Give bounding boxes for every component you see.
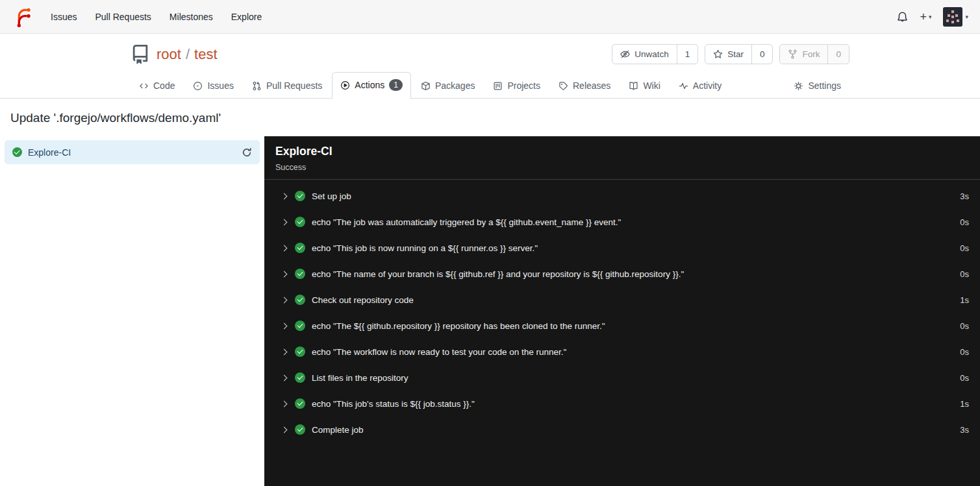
project-board-icon [493, 81, 503, 91]
success-check-icon [12, 147, 22, 157]
fork-icon [788, 49, 798, 59]
chevron-right-icon [281, 297, 288, 303]
job-sidebar: Explore-CI [0, 136, 264, 486]
avatar [943, 7, 962, 27]
pull-request-icon [252, 81, 262, 91]
actions-count-badge: 1 [389, 79, 403, 91]
tab-activity[interactable]: Activity [670, 73, 730, 98]
success-check-icon [295, 346, 305, 357]
forgejo-logo[interactable] [13, 6, 34, 27]
job-log-panel: Explore-CI Success Set up job 3s echo "T… [264, 136, 980, 486]
step-row[interactable]: Set up job 3s [264, 183, 980, 209]
rerun-job-button[interactable] [242, 147, 252, 158]
tab-label: Projects [507, 80, 540, 91]
create-new-button[interactable]: + ▾ [920, 11, 931, 23]
forks-count[interactable]: 0 [827, 45, 849, 64]
chevron-right-icon [281, 193, 288, 199]
chevron-down-icon: ▾ [965, 14, 968, 20]
star-label: Star [727, 49, 744, 59]
user-menu[interactable]: ▾ [943, 7, 968, 27]
tab-pull-requests[interactable]: Pull Requests [244, 73, 331, 98]
nav-explore[interactable]: Explore [222, 6, 271, 28]
tab-wiki[interactable]: Wiki [620, 73, 668, 98]
nav-pull-requests[interactable]: Pull Requests [86, 6, 160, 28]
stars-count[interactable]: 0 [751, 45, 773, 64]
repo-header: root / test Unwatch 1 [0, 34, 980, 99]
repo-title: root / test [157, 46, 218, 63]
book-icon [629, 81, 638, 91]
tab-actions[interactable]: Actions 1 [332, 72, 411, 99]
step-label: echo "The job was automatically triggere… [312, 217, 621, 227]
top-navbar: Issues Pull Requests Milestones Explore … [0, 0, 980, 34]
nav-milestones[interactable]: Milestones [160, 6, 222, 28]
step-duration: 0s [952, 347, 969, 357]
forgejo-logo-icon [13, 6, 34, 27]
tab-projects[interactable]: Projects [484, 73, 549, 98]
success-check-icon [295, 269, 305, 279]
tab-settings[interactable]: Settings [785, 73, 849, 98]
step-row[interactable]: echo "The ${{ github.repository }} repos… [264, 313, 980, 339]
step-duration: 0s [952, 217, 969, 227]
fork-button[interactable]: Fork [780, 45, 827, 64]
chevron-right-icon [281, 374, 288, 381]
actions-run-view: Update '.forgejo/workflows/demo.yaml' Ex… [0, 99, 980, 486]
success-check-icon [295, 217, 305, 227]
step-duration: 3s [952, 191, 969, 201]
step-duration: 0s [952, 243, 969, 253]
success-check-icon [295, 372, 305, 383]
job-status: Success [275, 163, 969, 172]
step-label: List files in the repository [312, 373, 408, 383]
step-label: echo "This job's status is ${{ job.statu… [312, 399, 475, 409]
tab-code[interactable]: Code [131, 73, 183, 98]
step-row[interactable]: Check out repository code 1s [264, 287, 980, 313]
tab-label: Packages [435, 80, 475, 91]
watchers-count[interactable]: 1 [677, 45, 698, 64]
step-label: Check out repository code [312, 295, 414, 305]
success-check-icon [295, 398, 305, 409]
star-button-group: Star 0 [705, 44, 773, 64]
step-row[interactable]: Complete job 3s [264, 417, 980, 443]
repo-separator: / [186, 46, 190, 63]
step-row[interactable]: echo "The workflow is now ready to test … [264, 339, 980, 365]
step-duration: 0s [952, 373, 969, 383]
step-label: echo "The workflow is now ready to test … [312, 347, 566, 357]
chevron-right-icon [281, 219, 288, 225]
step-row[interactable]: echo "The job was automatically triggere… [264, 209, 980, 235]
repo-title-row: root / test Unwatch 1 [131, 44, 849, 64]
tab-releases[interactable]: Releases [550, 73, 619, 98]
notifications-button[interactable] [897, 11, 908, 22]
tab-label: Code [153, 80, 175, 91]
repo-name-link[interactable]: test [194, 46, 217, 63]
step-label: Complete job [312, 425, 364, 435]
tab-label: Releases [573, 80, 610, 91]
step-label: Set up job [312, 191, 351, 201]
job-name: Explore-CI [28, 147, 236, 158]
tab-issues[interactable]: Issues [184, 73, 242, 98]
star-button[interactable]: Star [705, 45, 751, 64]
tab-label: Actions [355, 80, 384, 90]
repo-owner-link[interactable]: root [157, 46, 181, 63]
fork-label: Fork [802, 49, 820, 59]
main-nav: Issues Pull Requests Milestones Explore [42, 6, 271, 28]
success-check-icon [295, 295, 305, 305]
tag-icon [559, 81, 568, 91]
step-row[interactable]: echo "This job's status is ${{ job.statu… [264, 391, 980, 417]
step-list: Set up job 3s echo "The job was automati… [264, 180, 980, 443]
step-row[interactable]: List files in the repository 0s [264, 365, 980, 391]
repo-tabs: Code Issues Pull Requests [131, 72, 849, 98]
job-log-header: Explore-CI Success [264, 136, 980, 180]
unwatch-button[interactable]: Unwatch [612, 45, 677, 64]
job-item-explore-ci[interactable]: Explore-CI [5, 140, 260, 164]
tab-label: Wiki [643, 80, 660, 91]
step-row[interactable]: echo "The name of your branch is ${{ git… [264, 261, 980, 287]
package-icon [421, 81, 431, 91]
step-label: echo "The ${{ github.repository }} repos… [312, 321, 605, 331]
chevron-down-icon: ▾ [929, 14, 932, 20]
nav-issues[interactable]: Issues [42, 6, 86, 28]
step-row[interactable]: echo "This job is now running on a ${{ r… [264, 235, 980, 261]
run-title: Update '.forgejo/workflows/demo.yaml' [0, 99, 980, 136]
step-duration: 3s [952, 425, 969, 435]
step-label: echo "This job is now running on a ${{ r… [312, 243, 538, 253]
fork-button-group: Fork 0 [779, 44, 849, 64]
tab-packages[interactable]: Packages [412, 73, 483, 98]
